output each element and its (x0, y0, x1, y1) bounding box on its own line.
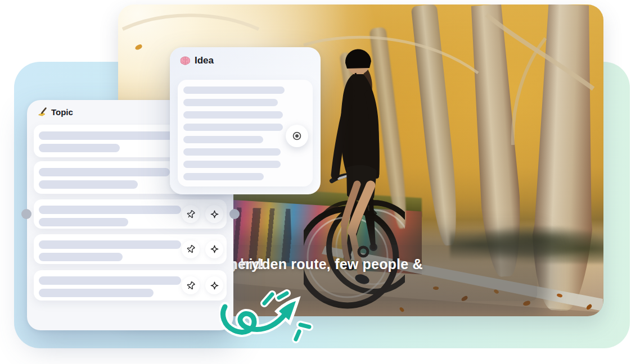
row-actions (182, 205, 223, 223)
skeleton-line (183, 161, 281, 168)
row-actions (182, 240, 223, 258)
skeleton-line (39, 131, 174, 140)
brain-icon (180, 56, 191, 66)
sparkle-button[interactable] (205, 205, 223, 223)
arrow-doodle (219, 277, 354, 362)
sparkle-icon (209, 280, 220, 291)
skeleton-line (183, 99, 278, 106)
idea-card-header: Idea (180, 55, 214, 66)
skeleton-line (39, 253, 123, 261)
pin-button[interactable] (182, 276, 200, 294)
sparkle-button[interactable] (205, 240, 223, 258)
target-icon (292, 131, 302, 141)
topic-row[interactable] (34, 199, 227, 229)
pin-button[interactable] (182, 205, 200, 223)
leaf (556, 293, 563, 298)
skeleton-line (39, 276, 181, 285)
skeleton-line (39, 240, 181, 249)
pin-button[interactable] (182, 240, 200, 258)
idea-card: Idea (170, 47, 321, 194)
skeleton-line (183, 124, 283, 131)
pin-icon (186, 244, 196, 254)
leaf (585, 303, 593, 310)
skeleton-line (183, 136, 263, 143)
skeleton-line (39, 168, 170, 176)
connector-dot-left[interactable] (21, 209, 31, 219)
pin-icon (186, 209, 196, 220)
row-actions (182, 276, 223, 294)
skeleton-line (183, 173, 264, 180)
skeleton-line (183, 111, 283, 119)
sparkle-icon (209, 209, 220, 220)
idea-card-title: Idea (195, 55, 214, 66)
topic-row[interactable] (34, 270, 227, 301)
skeleton-line (183, 148, 281, 156)
writing-hand-icon (37, 107, 47, 117)
skeleton-line (39, 144, 120, 152)
skeleton-line (39, 180, 138, 189)
skeleton-line (39, 206, 181, 214)
skeleton-line (183, 87, 285, 94)
hero-graphic: Urban cycling hidden route, few people &… (0, 0, 631, 364)
sparkle-icon (209, 244, 220, 254)
topic-card-header: Topic (37, 107, 73, 117)
topic-card-title: Topic (51, 107, 73, 117)
topic-row[interactable] (34, 234, 227, 264)
leaf (134, 44, 143, 51)
pin-icon (186, 280, 196, 291)
leaf (522, 301, 530, 306)
target-button[interactable] (286, 125, 308, 147)
skeleton-line (39, 289, 154, 297)
skeleton-line (39, 218, 128, 226)
connector-dot-right[interactable] (229, 209, 240, 219)
